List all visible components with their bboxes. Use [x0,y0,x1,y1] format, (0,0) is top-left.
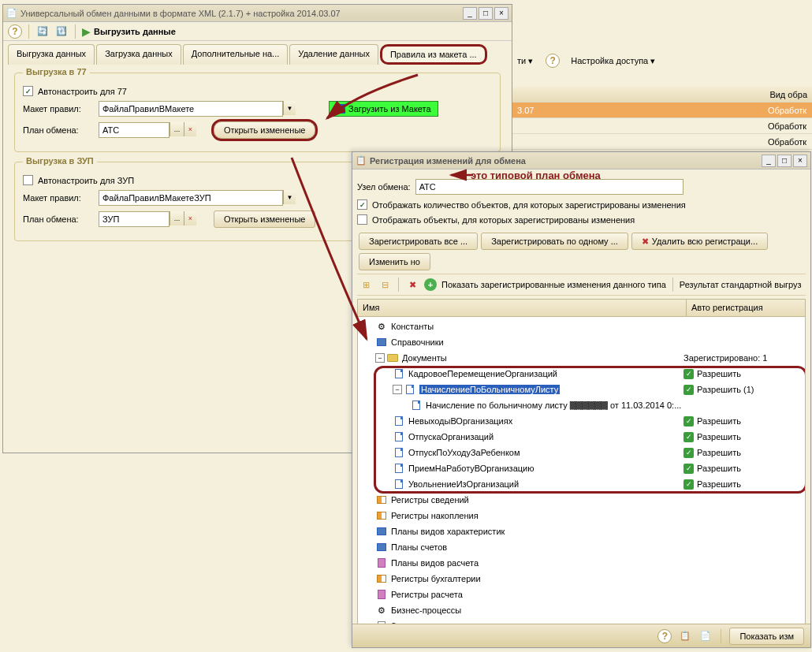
register-all-button[interactable]: Зарегистрировать все ... [359,233,478,250]
show-changes-button[interactable]: Показать изм [729,628,804,645]
calc-icon [375,589,388,600]
tree-label: НачислениеПоБольничномуЛисту [419,385,683,394]
book-icon [375,526,388,537]
expand-icon[interactable]: ⊞ [359,278,373,292]
maximize-button[interactable]: □ [777,155,792,167]
tree-row[interactable]: Планы видов характеристик [358,523,805,539]
footer: ? 📋 📄 Показать изм [352,624,810,647]
tree-row[interactable]: ОтпускаОрганизаций✓Разрешить [358,429,805,445]
show-objects-checkbox[interactable] [357,214,367,225]
refresh2-icon[interactable]: 🔃 [54,24,69,39]
tree-row[interactable]: ⚙Бизнес-процессы [358,602,805,618]
tree-autoreg: ✓Разрешить [683,369,802,379]
titlebar: 📋 Регистрация изменений для обмена _ □ × [352,152,810,170]
close-button[interactable]: × [793,155,807,167]
dropdown-icon[interactable]: ▼ [283,101,296,115]
node-input[interactable]: АТС [415,179,683,195]
autotune-77-checkbox[interactable] [23,86,33,96]
clear-button[interactable]: × [184,211,196,225]
standard-export-result-link[interactable]: Результат стандартной выгруз [680,280,802,289]
col-autoreg[interactable]: Авто регистрация [687,300,805,316]
tree-row[interactable]: ПриемНаРаботуВОрганизацию✓Разрешить [358,460,805,476]
open-changed-zup-button[interactable]: Открыть измененые [214,211,315,228]
tab-import[interactable]: Загрузка данных [96,44,181,65]
allow-check-icon: ✓ [683,385,694,395]
tree-row[interactable]: Планы видов расчета [358,555,805,571]
tree-autoreg: ✓Разрешить [683,416,802,427]
show-registered-link[interactable]: Показать зарегистрированные изменения да… [441,280,666,289]
collapse-icon[interactable]: ⊟ [378,278,392,292]
bg-row[interactable]: Обработк [512,118,812,134]
tree-label: Бизнес-процессы [391,605,683,615]
delete-registration-button[interactable]: ✖Удалить всю регистраци... [631,233,768,250]
tree-row[interactable]: Регистры сведений [358,492,805,508]
book-icon [375,542,388,553]
doc-icon [393,447,405,458]
plan-label: План обмена: [23,214,94,224]
tree-label: Планы счетов [391,542,683,552]
refresh-icon[interactable]: 🔄 [35,24,50,39]
footer-icon2[interactable]: 📄 [698,629,713,643]
open-changed-77-button[interactable]: Открыть измененые [214,121,315,139]
bg-row[interactable]: Обработк [512,134,812,150]
register-one-button[interactable]: Зарегистрировать по одному ... [481,233,628,250]
minimize-button[interactable]: _ [762,155,776,167]
expand-icon[interactable]: − [375,353,385,363]
tree-row[interactable]: Регистры бухгалтерии [358,571,805,587]
delete-icon[interactable]: ✖ [405,278,419,292]
tree-row[interactable]: ОтпускПоУходуЗаРебенком✓Разрешить [358,445,805,460]
load-from-template-button[interactable]: Загрузить из Макета [329,101,438,117]
minimize-button[interactable]: _ [463,7,477,20]
tree-row[interactable]: −НачислениеПоБольничномуЛисту✓Разрешить … [358,382,805,397]
doc-icon [393,479,405,490]
window-title: Регистрация изменений для обмена [370,156,762,166]
autotune-zup-checkbox[interactable] [23,175,33,185]
bg-row1-text: 3.07 [517,106,534,115]
tree-row[interactable]: Регистры накопления [358,508,805,523]
tree-row[interactable]: Регистры расчета [358,587,805,602]
help-icon[interactable]: ? [657,629,672,643]
tree-row[interactable]: ⚙Константы [358,319,805,334]
select-button[interactable]: ... [169,211,184,225]
reg-icon [375,510,388,521]
plan-zup-input[interactable]: ЗУП [99,211,169,227]
maket-77-combo[interactable]: ФайлаПравилВМакете [99,101,283,117]
plan-77-input[interactable]: АТС [99,122,169,138]
dropdown-icon[interactable]: ▼ [283,190,296,204]
tree-row[interactable]: −ДокументыЗарегистрировано: 1 [358,350,805,366]
col-name[interactable]: Имя [358,300,687,316]
group-export-77: Выгрузка в 77 Автонастроить для 77 Макет… [14,73,501,152]
app-icon: 📋 [356,155,367,166]
clear-button[interactable]: × [184,122,196,136]
gear-icon: ⚙ [375,605,388,616]
tree-row[interactable]: УвольнениеИзОрганизаций✓Разрешить [358,476,805,492]
help-icon[interactable]: ? [8,24,22,39]
maket-zup-combo[interactable]: ФайлаПравилВМакетеЗУП [99,190,283,206]
tree-row[interactable]: Планы счетов [358,539,805,555]
allow-check-icon: ✓ [683,416,694,427]
allow-check-icon: ✓ [683,369,694,379]
change-number-button[interactable]: Изменить но [359,253,430,270]
maximize-button[interactable]: □ [479,7,493,20]
access-menu[interactable]: Настройка доступа ▾ [571,56,655,66]
tree-row[interactable]: КадровоеПеремещениеОрганизаций✓Разрешить [358,366,805,382]
collapse-icon[interactable]: − [393,385,402,394]
bg-row1-col2: Обработк [768,106,807,115]
help-icon[interactable]: ? [546,54,560,68]
tab-export[interactable]: Выгрузка данных [8,44,95,65]
export-data-button[interactable]: ▶ Выгрузить данные [82,25,176,38]
select-button[interactable]: ... [169,122,184,136]
tab-delete[interactable]: Удаление данных [289,44,378,65]
tab-rules-from-template[interactable]: Правила из макета ... [380,44,487,65]
tree-row[interactable]: Справочники [358,334,805,350]
close-button[interactable]: × [494,7,508,20]
tree-row[interactable]: Начисление по больничному листу ▓▓▓▓▓▓ о… [358,397,805,413]
footer-icon1[interactable]: 📋 [678,629,692,643]
show-count-checkbox[interactable] [357,199,367,210]
bg-selected-row[interactable]: 3.07 Обработк [512,102,812,118]
tree-row[interactable]: НевыходыВОрганизациях✓Разрешить [358,413,805,429]
add-icon[interactable]: + [424,278,437,291]
tree-label: ОтпускПоУходуЗаРебенком [408,448,683,457]
doc-icon [410,400,423,411]
tab-extra[interactable]: Дополнительные на... [183,44,289,65]
